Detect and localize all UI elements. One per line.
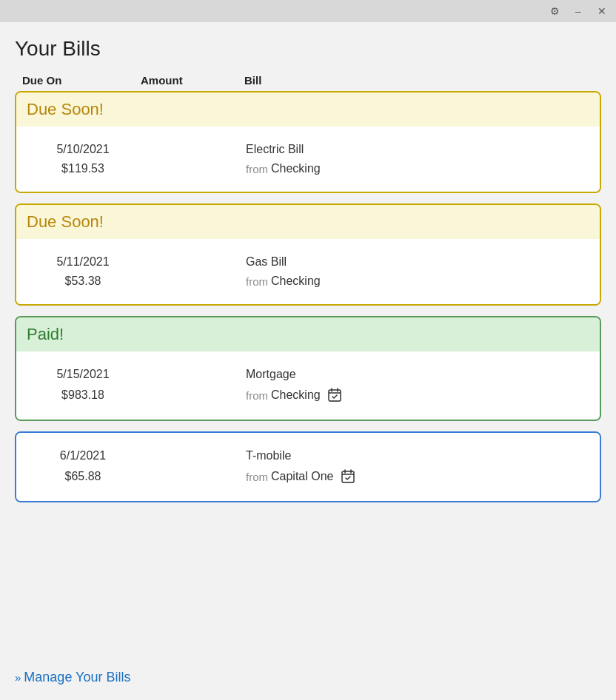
table-header: Due On Amount Bill	[15, 71, 601, 91]
electric-account: Checking	[271, 162, 321, 175]
card-row-top-gas: 5/11/2021 Gas Bill	[24, 249, 592, 272]
mortgage-from: from Checking	[246, 387, 592, 403]
svg-rect-5	[342, 471, 354, 482]
tmobile-account: Capital One	[271, 470, 334, 483]
tmobile-bill-info: T-mobile	[246, 449, 592, 462]
mortgage-from-info: from Checking	[246, 387, 592, 403]
app-window: ⚙ – ✕ Your Bills Due On Amount Bill Due …	[0, 0, 616, 700]
card-row-mortgage: 5/15/2021 Mortgage $983.18 from Checking	[24, 362, 592, 409]
card-row-top-mortgage: 5/15/2021 Mortgage	[24, 362, 592, 384]
tmobile-calendar-icon[interactable]	[340, 468, 356, 485]
tmobile-from-label: from	[246, 471, 268, 483]
card-row-tmobile: 6/1/2021 T-mobile $65.88 from Capital On	[24, 443, 592, 491]
due-soon-header-electric: Due Soon!	[16, 92, 600, 127]
mortgage-account: Checking	[271, 388, 321, 402]
card-row-electric: 5/10/2021 Electric Bill $119.53 from Che	[24, 137, 592, 181]
col-header-due-on: Due On	[22, 74, 141, 87]
tmobile-bill-name: T-mobile	[246, 449, 592, 462]
card-row-gas: 5/11/2021 Gas Bill $53.38 from Checking	[24, 249, 592, 294]
mortgage-date: 5/15/2021	[24, 368, 142, 381]
gas-bill-info: Gas Bill	[246, 255, 592, 269]
mortgage-bill-name: Mortgage	[246, 368, 592, 381]
card-body-electric: 5/10/2021 Electric Bill $119.53 from Che	[16, 127, 600, 192]
card-row-bottom-gas: $53.38 from Checking	[24, 272, 592, 294]
due-soon-header-gas: Due Soon!	[16, 205, 600, 239]
card-row-bottom-mortgage: $983.18 from Checking	[24, 384, 592, 409]
card-row-top-tmobile: 6/1/2021 T-mobile	[24, 443, 592, 465]
gear-icon[interactable]: ⚙	[548, 4, 561, 18]
close-icon[interactable]: ✕	[595, 4, 609, 18]
electric-from: from Checking	[246, 162, 592, 175]
mortgage-from-label: from	[246, 389, 268, 402]
electric-date: 5/10/2021	[24, 143, 142, 156]
electric-from-info: from Checking	[246, 162, 592, 175]
electric-amount-cell: $119.53	[24, 162, 142, 175]
bill-card-electric: Due Soon! 5/10/2021 Electric Bill $119.5…	[15, 91, 601, 193]
card-body-gas: 5/11/2021 Gas Bill $53.38 from Checking	[16, 239, 600, 304]
gas-date: 5/11/2021	[24, 255, 142, 269]
electric-from-label: from	[246, 163, 268, 175]
gas-amount-cell: $53.38	[24, 275, 142, 288]
bill-card-mortgage: Paid! 5/15/2021 Mortgage $983.18	[15, 316, 601, 421]
col-header-bill: Bill	[244, 74, 594, 87]
card-row-bottom-tmobile: $65.88 from Capital One	[24, 465, 592, 491]
manage-bills-link[interactable]: Manage Your Bills	[24, 670, 130, 685]
gas-account: Checking	[271, 275, 321, 288]
mortgage-calendar-icon[interactable]	[327, 387, 343, 403]
card-row-bottom-electric: $119.53 from Checking	[24, 159, 592, 181]
mortgage-amount-cell: $983.18	[24, 388, 142, 402]
tmobile-from-info: from Capital One	[246, 468, 592, 485]
bill-card-tmobile: 6/1/2021 T-mobile $65.88 from Capital On	[15, 431, 601, 502]
card-body-tmobile: 6/1/2021 T-mobile $65.88 from Capital On	[16, 433, 600, 501]
manage-bills-section: » Manage Your Bills	[0, 659, 616, 700]
mortgage-bill-info: Mortgage	[246, 368, 592, 381]
page-title: Your Bills	[15, 37, 601, 61]
gas-bill-name: Gas Bill	[246, 255, 592, 269]
card-body-mortgage: 5/15/2021 Mortgage $983.18 from Checking	[16, 351, 600, 420]
electric-bill-name: Electric Bill	[246, 143, 592, 156]
title-bar: ⚙ – ✕	[0, 0, 616, 22]
paid-header-mortgage: Paid!	[16, 317, 600, 351]
card-row-top-electric: 5/10/2021 Electric Bill	[24, 137, 592, 159]
minimize-icon[interactable]: –	[572, 4, 585, 18]
bill-card-gas: Due Soon! 5/11/2021 Gas Bill $53.38	[15, 203, 601, 306]
tmobile-date: 6/1/2021	[24, 449, 142, 462]
tmobile-amount-cell: $65.88	[24, 470, 142, 483]
manage-bills-arrow: »	[15, 671, 21, 684]
main-content: Your Bills Due On Amount Bill Due Soon! …	[0, 22, 616, 659]
gas-from-info: from Checking	[246, 275, 592, 288]
gas-from: from Checking	[246, 275, 592, 288]
gas-from-label: from	[246, 275, 268, 288]
col-header-amount: Amount	[141, 74, 244, 87]
electric-bill-info: Electric Bill	[246, 143, 592, 156]
tmobile-from: from Capital One	[246, 468, 592, 485]
svg-rect-0	[329, 390, 341, 401]
